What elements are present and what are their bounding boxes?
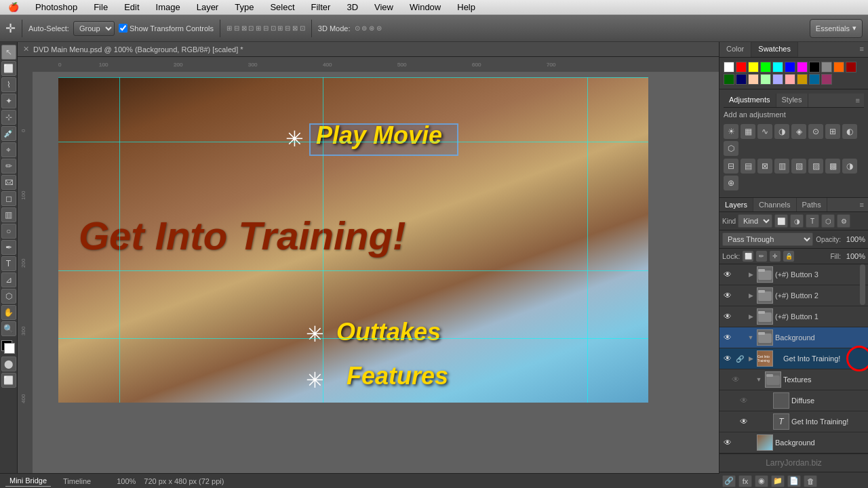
foreground-background-colors[interactable] xyxy=(1,340,16,355)
adj-shadows[interactable]: ◑ xyxy=(842,159,857,174)
visibility-diffuse[interactable]: 👁 xyxy=(738,395,749,406)
tool-screen-mode[interactable]: ⬜ xyxy=(1,373,16,388)
menu-photoshop[interactable]: Photoshop xyxy=(33,1,80,14)
tool-move-icon[interactable]: ✛ xyxy=(5,21,16,36)
expand-button2[interactable]: ▶ xyxy=(747,291,755,300)
layer-item-button3[interactable]: 👁 ▶ (+#) Button 3 xyxy=(719,264,868,285)
kind-select[interactable]: Kind xyxy=(738,214,772,228)
new-group-button[interactable]: 📁 xyxy=(771,475,785,487)
tab-channels[interactable]: Channels xyxy=(753,198,796,211)
tool-magic-wand[interactable]: ✦ xyxy=(1,94,16,108)
menu-filter[interactable]: Filter xyxy=(309,1,334,14)
layers-scrollbar[interactable] xyxy=(860,264,865,305)
layer-item-background-group[interactable]: 👁 ▼ Background xyxy=(719,327,868,348)
tool-move[interactable]: ↖ xyxy=(1,45,16,60)
adj-selective-color[interactable]: ▩ xyxy=(825,159,840,174)
lock-position-icon[interactable]: ✛ xyxy=(770,251,781,262)
adj-more[interactable]: ⊕ xyxy=(724,176,738,190)
layer-item-training2[interactable]: 👁 T Get Into Training! xyxy=(719,411,868,432)
tool-crop[interactable]: ⊹ xyxy=(1,110,16,125)
add-link-button[interactable]: 🔗 xyxy=(722,475,736,487)
visibility-button1[interactable]: 👁 xyxy=(722,311,733,322)
menu-view[interactable]: View xyxy=(372,1,396,14)
expand-background-group[interactable]: ▼ xyxy=(747,333,755,342)
menu-file[interactable]: File xyxy=(91,1,111,14)
tab-paths[interactable]: Paths xyxy=(797,198,827,211)
layer-item-background-layer[interactable]: 👁 Background xyxy=(719,432,868,453)
visibility-background-layer[interactable]: 👁 xyxy=(722,437,733,448)
menu-layer[interactable]: Layer xyxy=(194,1,222,14)
swatch-light-red[interactable] xyxy=(785,74,795,85)
swatch-black[interactable] xyxy=(809,62,820,73)
swatch-yellow[interactable] xyxy=(748,62,759,73)
swatch-dark-blue[interactable] xyxy=(736,74,747,85)
add-mask-button[interactable]: ◉ xyxy=(755,475,768,487)
adjustments-panel-close[interactable]: ≡ xyxy=(852,94,864,107)
menu-image[interactable]: Image xyxy=(153,1,183,14)
filter-adjust-icon[interactable]: ◑ xyxy=(790,214,804,228)
swatch-light-green[interactable] xyxy=(760,74,771,85)
layer-item-textures[interactable]: 👁 ▼ Textures xyxy=(719,369,868,390)
tab-close-icon[interactable]: ✕ xyxy=(23,45,29,54)
lock-all-icon[interactable]: 🔒 xyxy=(783,251,794,262)
tool-zoom[interactable]: 🔍 xyxy=(1,321,16,336)
tool-pen[interactable]: ✒ xyxy=(1,240,16,255)
tool-shape[interactable]: ⬡ xyxy=(1,289,16,304)
tool-gradient[interactable]: ▥ xyxy=(1,207,16,222)
tool-hand[interactable]: ✋ xyxy=(1,305,16,320)
tab-styles[interactable]: Styles xyxy=(776,94,808,107)
adj-exposure[interactable]: ◑ xyxy=(774,124,789,139)
adj-photo-filter[interactable]: ⬡ xyxy=(724,141,738,156)
swatch-dark-red[interactable] xyxy=(846,62,856,73)
tool-lasso[interactable]: ⌇ xyxy=(1,77,16,92)
visibility-training2[interactable]: 👁 xyxy=(738,416,749,427)
swatch-light-blue[interactable] xyxy=(772,74,783,85)
expand-textures[interactable]: ▼ xyxy=(755,375,763,384)
auto-select-dropdown[interactable]: Group Layer xyxy=(73,21,115,36)
swatch-dark-green[interactable] xyxy=(724,74,734,85)
tab-adjustments[interactable]: Adjustments xyxy=(724,94,776,107)
transform-controls-checkbox[interactable] xyxy=(119,24,127,33)
menu-3d[interactable]: 3D xyxy=(344,1,361,14)
color-panel-close[interactable]: ≡ xyxy=(856,42,868,57)
new-layer-button[interactable]: 📄 xyxy=(787,475,801,487)
tool-dodge[interactable]: ○ xyxy=(1,224,16,239)
layer-item-training[interactable]: 👁 🔗 ▶ Get Into Training Get Into Trainin… xyxy=(719,348,868,369)
filter-type-icon[interactable]: T xyxy=(806,214,819,228)
workspace-button[interactable]: Essentials ▾ xyxy=(810,19,863,38)
adj-gradient-map[interactable]: ▨ xyxy=(808,159,823,174)
menu-type[interactable]: Type xyxy=(232,1,256,14)
tab-swatches[interactable]: Swatches xyxy=(751,42,798,57)
lock-transparency-icon[interactable]: ⬜ xyxy=(743,251,753,262)
tab-color[interactable]: Color xyxy=(719,42,751,57)
add-fx-button[interactable]: fx xyxy=(738,475,752,487)
adj-black-white[interactable]: ◐ xyxy=(842,124,857,139)
expand-training[interactable]: ▶ xyxy=(747,354,755,363)
swatch-teal[interactable] xyxy=(809,74,820,85)
tool-patch[interactable]: ⌖ xyxy=(1,142,16,157)
menu-edit[interactable]: Edit xyxy=(121,1,142,14)
tool-quick-mask[interactable]: ⬤ xyxy=(1,357,16,371)
swatch-purple[interactable] xyxy=(821,74,832,85)
tool-clone[interactable]: 🖂 xyxy=(1,175,16,190)
tool-eyedropper[interactable]: 💉 xyxy=(1,126,16,141)
menu-help[interactable]: Help xyxy=(454,1,478,14)
adj-vibrance[interactable]: ◈ xyxy=(791,124,806,139)
tool-marquee[interactable]: ⬜ xyxy=(1,61,16,76)
visibility-textures[interactable]: 👁 xyxy=(730,374,741,385)
adj-color-lookup[interactable]: ▤ xyxy=(741,159,755,174)
adj-invert[interactable]: ⊠ xyxy=(757,159,772,174)
blend-mode-select[interactable]: Pass Through Normal Multiply xyxy=(722,232,813,246)
adj-threshold[interactable]: ▧ xyxy=(791,159,806,174)
expand-button1[interactable]: ▶ xyxy=(747,312,755,321)
layer-item-diffuse[interactable]: 👁 Diffuse xyxy=(719,390,868,411)
filter-smart-icon[interactable]: ⚙ xyxy=(837,214,850,228)
filter-pixel-icon[interactable]: ⬜ xyxy=(774,214,788,228)
adj-channel-mixer[interactable]: ⊟ xyxy=(724,159,738,174)
swatch-red[interactable] xyxy=(736,62,747,73)
adj-hue[interactable]: ⊙ xyxy=(808,124,823,139)
adj-color-balance[interactable]: ⊞ xyxy=(825,124,840,139)
swatch-blue[interactable] xyxy=(785,62,795,73)
layer-item-button2[interactable]: 👁 ▶ (+#) Button 2 xyxy=(719,285,868,306)
delete-layer-button[interactable]: 🗑 xyxy=(804,475,817,487)
